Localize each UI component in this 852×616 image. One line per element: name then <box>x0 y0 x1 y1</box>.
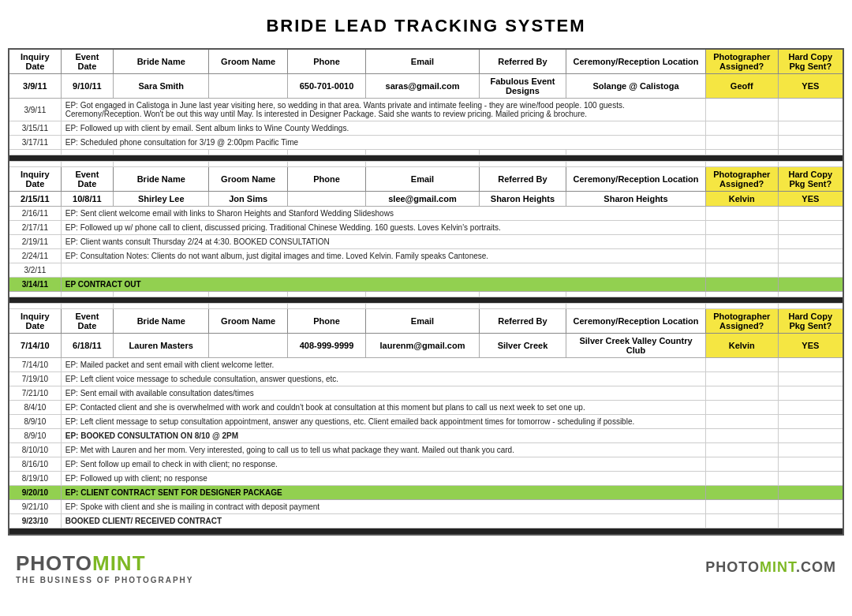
note-hardcopy-empty <box>778 207 843 221</box>
header-photographer: Photographer Assigned? <box>705 167 778 192</box>
entry-photographer: Kelvin <box>705 334 778 358</box>
note-photographer-empty <box>705 401 778 415</box>
header-email: Email <box>366 309 480 334</box>
header-bride_name: Bride Name <box>114 167 209 192</box>
entry-hard_copy: YES <box>778 334 843 358</box>
special-text: BOOKED CLIENT/ RECEIVED CONTRACT <box>61 514 705 528</box>
logo-right: PHOTOMINT.COM <box>705 559 836 576</box>
header-event_date: Event Date <box>61 49 113 74</box>
note-photographer-empty <box>705 221 778 235</box>
logo-left: PHOTOMINT THE BUSINESS OF PHOTOGRAPHY <box>16 551 194 584</box>
entry-ceremony_location: Sharon Heights <box>566 192 706 207</box>
entry-groom_name <box>209 334 287 358</box>
note-date: 2/16/11 <box>9 207 61 221</box>
note-date: 7/14/10 <box>9 358 61 372</box>
special-photographer-empty <box>705 500 778 514</box>
header-bride_name: Bride Name <box>114 49 209 74</box>
note-photographer-empty <box>705 358 778 372</box>
note-hardcopy-empty <box>778 415 843 429</box>
special-photographer-empty <box>705 278 778 292</box>
header-phone: Phone <box>287 167 365 192</box>
logo-photo: PHOTO <box>16 551 92 575</box>
entry-email: slee@gmail.com <box>366 192 480 207</box>
note-text: EP: Left client voice message to schedul… <box>61 372 705 386</box>
note-date: 3/17/11 <box>9 136 61 150</box>
special-photographer-empty <box>705 486 778 500</box>
note-date: 3/9/11 <box>9 99 61 121</box>
note-photographer-empty <box>705 415 778 429</box>
entry-bride_name: Sara Smith <box>114 74 209 99</box>
note-photographer-empty <box>705 249 778 263</box>
note-photographer-empty <box>705 207 778 221</box>
header-event_date: Event Date <box>61 309 113 334</box>
header-inquiry_date: Inquiry Date <box>9 167 61 192</box>
entry-referred_by: Fabulous Event Designs <box>479 74 566 99</box>
note-hardcopy-empty <box>778 443 843 457</box>
note-hardcopy-empty <box>778 401 843 415</box>
entry-photographer: Kelvin <box>705 192 778 207</box>
note-text <box>61 263 705 278</box>
header-groom_name: Groom Name <box>209 309 287 334</box>
special-hardcopy-empty <box>778 278 843 292</box>
note-hardcopy-empty <box>778 221 843 235</box>
note-date: 3/2/11 <box>9 263 61 278</box>
header-email: Email <box>366 49 480 74</box>
note-text: EP: Client wants consult Thursday 2/24 a… <box>61 235 705 249</box>
entry-bride_name: Lauren Masters <box>114 334 209 358</box>
note-text: EP: BOOKED CONSULTATION ON 8/10 @ 2PM <box>61 429 705 443</box>
header-hard_copy: Hard Copy Pkg Sent? <box>778 167 843 192</box>
header-referred_by: Referred By <box>479 49 566 74</box>
entry-referred_by: Sharon Heights <box>479 192 566 207</box>
note-photographer-empty <box>705 457 778 472</box>
note-date: 2/24/11 <box>9 249 61 263</box>
entry-event_date: 6/18/11 <box>61 334 113 358</box>
special-hardcopy-empty <box>778 500 843 514</box>
entry-referred_by: Silver Creek <box>479 334 566 358</box>
note-photographer-empty <box>705 235 778 249</box>
note-text: EP: Sent client welcome email with links… <box>61 207 705 221</box>
note-text: EP: Left client message to setup consult… <box>61 415 705 429</box>
entry-photographer: Geoff <box>705 74 778 99</box>
header-referred_by: Referred By <box>479 309 566 334</box>
header-phone: Phone <box>287 309 365 334</box>
special-text: EP: Spoke with client and she is mailing… <box>61 500 705 514</box>
footer: PHOTOMINT THE BUSINESS OF PHOTOGRAPHY PH… <box>8 547 844 588</box>
note-hardcopy-empty <box>778 386 843 401</box>
note-text: EP: Followed up with client by email. Se… <box>61 121 705 136</box>
note-date: 2/19/11 <box>9 235 61 249</box>
header-groom_name: Groom Name <box>209 49 287 74</box>
note-date: 8/4/10 <box>9 401 61 415</box>
header-ceremony_location: Ceremony/Reception Location <box>566 167 706 192</box>
note-hardcopy-empty <box>778 358 843 372</box>
note-photographer-empty <box>705 121 778 136</box>
note-photographer-empty <box>705 99 778 121</box>
special-date: 9/21/10 <box>9 500 61 514</box>
entry-inquiry_date: 7/14/10 <box>9 334 61 358</box>
entry-hard_copy: YES <box>778 192 843 207</box>
header-inquiry_date: Inquiry Date <box>9 49 61 74</box>
logo-right-mint: MINT <box>760 559 796 575</box>
note-hardcopy-empty <box>778 249 843 263</box>
note-text: EP: Sent follow up email to check in wit… <box>61 457 705 472</box>
note-text: EP: Followed up with client; no response <box>61 472 705 486</box>
note-text: EP: Got engaged in Calistoga in June las… <box>61 99 705 121</box>
header-photographer: Photographer Assigned? <box>705 49 778 74</box>
header-groom_name: Groom Name <box>209 167 287 192</box>
entry-event_date: 9/10/11 <box>61 74 113 99</box>
note-date: 7/19/10 <box>9 372 61 386</box>
entry-phone: 408-999-9999 <box>287 334 365 358</box>
entry-phone <box>287 192 365 207</box>
special-text: EP CONTRACT OUT <box>61 278 705 292</box>
note-photographer-empty <box>705 372 778 386</box>
note-hardcopy-empty <box>778 121 843 136</box>
note-photographer-empty <box>705 386 778 401</box>
logo-mint: MINT <box>92 551 146 575</box>
entry-event_date: 10/8/11 <box>61 192 113 207</box>
header-email: Email <box>366 167 480 192</box>
note-hardcopy-empty <box>778 235 843 249</box>
special-date: 3/14/11 <box>9 278 61 292</box>
note-photographer-empty <box>705 443 778 457</box>
note-date: 3/15/11 <box>9 121 61 136</box>
note-hardcopy-empty <box>778 457 843 472</box>
special-date: 9/20/10 <box>9 486 61 500</box>
